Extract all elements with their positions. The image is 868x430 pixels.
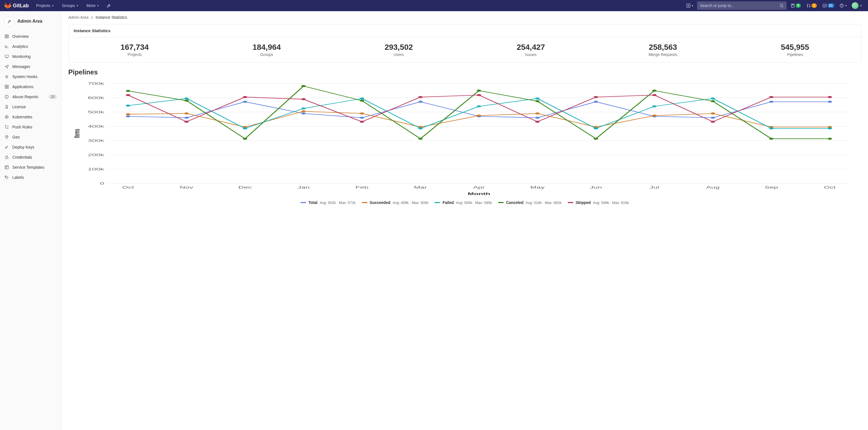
chevron-down-icon: ▼ bbox=[691, 4, 694, 7]
svg-rect-3 bbox=[792, 5, 794, 5]
svg-point-27 bbox=[6, 118, 7, 119]
avatar bbox=[852, 2, 859, 9]
sidebar-item-label: Geo bbox=[12, 135, 20, 139]
legend-item-canceled[interactable]: Canceled Avg: 516k · Max: 682k bbox=[498, 200, 562, 205]
svg-point-31 bbox=[7, 128, 8, 128]
svg-text:Dec: Dec bbox=[239, 185, 252, 189]
sidebar-item-system-hooks[interactable]: System Hooks bbox=[0, 72, 61, 82]
svg-text:Sep: Sep bbox=[765, 185, 778, 189]
svg-point-73 bbox=[418, 101, 423, 103]
svg-text:Jul: Jul bbox=[649, 185, 659, 189]
sidebar-item-geo[interactable]: Geo bbox=[0, 132, 61, 142]
hooks-icon bbox=[4, 74, 9, 79]
template-icon bbox=[4, 165, 9, 170]
svg-text:700k: 700k bbox=[88, 82, 104, 85]
svg-point-105 bbox=[769, 127, 774, 129]
svg-text:100k: 100k bbox=[88, 167, 104, 171]
svg-point-95 bbox=[184, 97, 189, 99]
sidebar-item-service-templates[interactable]: Service Templates bbox=[0, 162, 61, 172]
panel-title: Instance Statistics bbox=[68, 24, 861, 37]
help-icon bbox=[839, 3, 844, 8]
svg-point-126 bbox=[477, 94, 481, 96]
geo-icon bbox=[4, 135, 9, 139]
svg-point-117 bbox=[711, 100, 715, 102]
svg-text:400k: 400k bbox=[88, 124, 104, 128]
messages-icon bbox=[4, 64, 9, 69]
svg-point-36 bbox=[6, 176, 6, 177]
nav-projects[interactable]: Projects▼ bbox=[33, 0, 57, 11]
svg-point-94 bbox=[126, 104, 130, 106]
svg-text:Nov: Nov bbox=[180, 185, 194, 189]
sidebar-header[interactable]: Admin Area bbox=[0, 13, 61, 31]
sidebar-item-monitoring[interactable]: Monitoring bbox=[0, 52, 61, 62]
key-icon bbox=[4, 145, 9, 149]
breadcrumb-root[interactable]: Admin Area bbox=[68, 15, 88, 20]
admin-wrench-icon[interactable] bbox=[104, 1, 113, 10]
sidebar-item-label: Credentials bbox=[12, 155, 32, 159]
svg-point-24 bbox=[6, 115, 7, 116]
sidebar-item-applications[interactable]: Applications bbox=[0, 82, 61, 92]
sidebar-item-analytics[interactable]: Analytics bbox=[0, 41, 61, 52]
sidebar-item-license[interactable]: License bbox=[0, 102, 61, 112]
svg-rect-34 bbox=[5, 157, 8, 159]
gitlab-logo[interactable]: GitLab bbox=[4, 2, 29, 9]
push-rules-icon bbox=[4, 125, 9, 129]
sidebar-item-push-rules[interactable]: Push Rules bbox=[0, 122, 61, 132]
legend-item-total[interactable]: Total Avg: 502k · Max: 572k bbox=[301, 200, 355, 205]
svg-point-70 bbox=[243, 101, 247, 103]
svg-rect-35 bbox=[5, 165, 8, 169]
stat-value: 258,563 bbox=[597, 43, 729, 52]
sidebar-item-deploy-keys[interactable]: Deploy Keys bbox=[0, 142, 61, 152]
analytics-icon bbox=[4, 44, 9, 49]
svg-point-72 bbox=[360, 117, 364, 119]
stat-value: 545,955 bbox=[729, 43, 861, 52]
stat-value: 293,502 bbox=[333, 43, 465, 52]
svg-rect-2 bbox=[791, 4, 795, 7]
sidebar-item-label: License bbox=[12, 104, 26, 109]
svg-point-109 bbox=[243, 137, 247, 140]
nav-more[interactable]: More▼ bbox=[84, 0, 102, 11]
svg-text:0: 0 bbox=[100, 181, 104, 185]
svg-point-71 bbox=[301, 113, 306, 115]
plus-menu[interactable]: ▼ bbox=[685, 1, 695, 10]
legend-swatch bbox=[568, 202, 574, 203]
sidebar-item-messages[interactable]: Messages bbox=[0, 62, 61, 72]
svg-point-131 bbox=[769, 96, 774, 98]
sidebar-item-credentials[interactable]: Credentials bbox=[0, 152, 61, 162]
svg-point-99 bbox=[418, 127, 423, 129]
issues-counter[interactable]: 9 bbox=[789, 3, 803, 8]
monitor-icon bbox=[4, 54, 9, 59]
sidebar-item-overview[interactable]: Overview bbox=[0, 31, 61, 41]
dashboard-icon bbox=[4, 34, 9, 39]
sidebar-item-abuse-reports[interactable]: Abuse Reports 23 bbox=[0, 92, 61, 102]
sidebar-item-kubernetes[interactable]: Kubernetes bbox=[0, 112, 61, 122]
svg-point-33 bbox=[5, 147, 7, 148]
search-input[interactable] bbox=[700, 3, 779, 8]
svg-rect-19 bbox=[7, 87, 8, 88]
stat-value: 184,964 bbox=[200, 43, 333, 52]
legend-stats: Avg: 516k · Max: 682k bbox=[526, 201, 561, 205]
svg-point-128 bbox=[594, 96, 598, 98]
stat-label: Groups bbox=[200, 52, 333, 57]
nav-groups[interactable]: Groups▼ bbox=[59, 0, 82, 11]
svg-rect-7 bbox=[823, 4, 826, 7]
svg-point-103 bbox=[652, 105, 657, 107]
legend-swatch bbox=[301, 202, 306, 203]
legend-item-succeeded[interactable]: Succeeded Avg: 459k · Max: 505k bbox=[362, 200, 428, 205]
todos-counter[interactable]: 21 bbox=[821, 3, 836, 8]
labels-icon bbox=[4, 175, 9, 180]
svg-point-1 bbox=[780, 4, 783, 7]
legend-item-failed[interactable]: Failed Avg: 505k · Max: 595k bbox=[435, 200, 492, 205]
todos-icon bbox=[823, 3, 827, 8]
legend-item-skipped[interactable]: Skipped Avg: 548k · Max: 619k bbox=[568, 200, 629, 205]
help-menu[interactable]: ▼ bbox=[838, 1, 848, 10]
sidebar-item-label: Analytics bbox=[12, 44, 28, 49]
merge-requests-counter[interactable]: 1 bbox=[805, 3, 818, 8]
chevron-down-icon: ▼ bbox=[96, 4, 99, 7]
svg-point-84 bbox=[301, 110, 306, 112]
svg-point-87 bbox=[477, 115, 481, 117]
svg-rect-14 bbox=[5, 55, 8, 57]
search-box[interactable] bbox=[697, 1, 786, 10]
sidebar-item-labels[interactable]: Labels bbox=[0, 172, 61, 182]
user-menu[interactable]: ▼ bbox=[851, 1, 864, 10]
